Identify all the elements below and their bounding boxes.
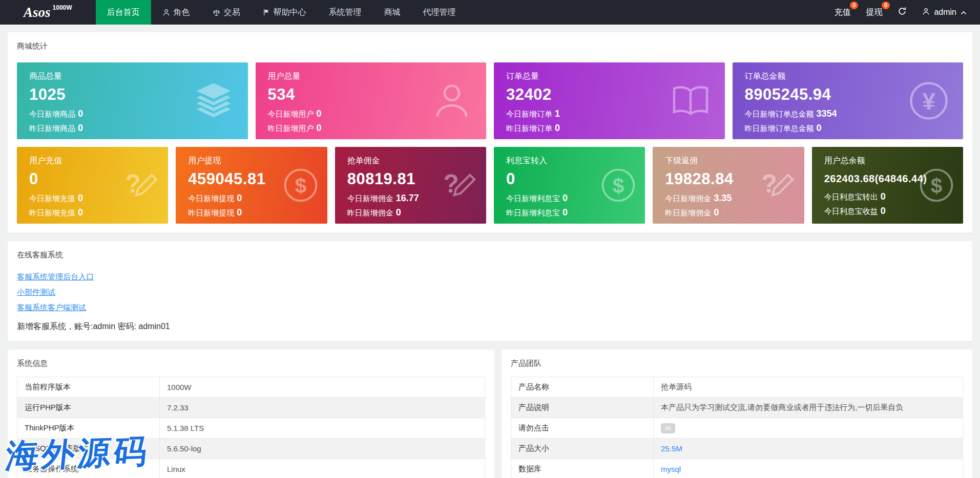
svg-text:$: $ (931, 174, 943, 198)
info-value: 7.2.33 (160, 398, 485, 418)
info-label: 请勿点击 (511, 418, 654, 439)
stat-card-line: 昨日新增充值0 (29, 207, 156, 218)
nav-item-label: 帮助中心 (274, 7, 306, 18)
nav-item-mall[interactable]: 商城 (373, 0, 412, 25)
stat-line-label: 昨日新增用户 (268, 124, 314, 133)
bottom-section: 系统信息 当前程序版本 1000W 运行PHP版本 7.2.33 ThinkPH… (8, 350, 972, 478)
svg-text:?: ? (126, 169, 141, 198)
chevron-up-icon (961, 8, 967, 17)
user-icon (162, 9, 170, 16)
stat-card-line: 昨日新增佣金0 (665, 207, 791, 218)
stat-line-value: 0 (237, 207, 242, 218)
app-logo-version: 1000W (53, 4, 72, 11)
stat-line-label: 今日新增佣金 (665, 194, 711, 203)
do-not-click-icon[interactable] (661, 423, 675, 433)
nav-item-help-center[interactable]: 帮助中心 (252, 0, 318, 25)
refresh-button[interactable] (898, 7, 907, 18)
table-row: 数据库 mysql (511, 459, 963, 478)
nav-item-system[interactable]: 系统管理 (318, 0, 373, 25)
stat-line-label: 今日新增佣金 (347, 194, 393, 203)
info-label: 运行PHP版本 (17, 398, 160, 418)
table-row: MySQL数据库版本 5.6.50-log (17, 439, 485, 459)
stat-card-order-amount: 订单总金额 8905245.94 今日新增订单总金额3354 昨日新增订单总金额… (733, 62, 964, 139)
stat-card-title: 用户总余额 (824, 156, 951, 166)
user-menu[interactable]: admin (922, 8, 967, 17)
stat-line-value: 0 (817, 123, 822, 133)
info-label: 产品大小 (511, 439, 654, 459)
info-value: 5.6.50-log (160, 439, 485, 459)
info-value: 1000W (160, 377, 485, 398)
stat-line-label: 今日新增订单总金额 (745, 110, 814, 118)
stat-card-user-recharge: 用户充值 0 今日新增充值0 昨日新增充值0 ? (17, 147, 168, 224)
info-value: 抢单源码 (654, 377, 963, 398)
layers-icon (193, 80, 235, 122)
stat-line-label: 昨日新增订单 (506, 124, 552, 133)
table-row: ThinkPHP版本 5.1.38 LTS (17, 418, 485, 439)
stat-card-title: 用户提现 (188, 156, 315, 166)
stat-line-value: 1 (555, 108, 560, 119)
stat-line-label: 今日新增充值 (29, 194, 75, 203)
info-label: 产品名称 (511, 377, 654, 398)
stat-line-value: 0 (881, 206, 886, 216)
pen-question-icon: ? (441, 167, 478, 204)
app-logo[interactable]: Asos1000W (0, 0, 96, 25)
stat-card-interest-in: 利息宝转入 0 今日新增利息宝0 昨日新增利息宝0 $ (494, 147, 645, 224)
table-row: 产品名称 抢单源码 (511, 377, 963, 398)
nav-item-trade[interactable]: 交易 (201, 0, 252, 25)
stat-line-value: 0 (881, 191, 886, 202)
info-value: Linux (160, 459, 485, 478)
mall-stats-panel: 商城统计 商品总量 1025 今日新增商品0 昨日新增商品0 用户总量 534 … (8, 32, 972, 233)
svg-text:?: ? (444, 169, 459, 198)
stat-line-value: 0 (78, 123, 83, 133)
stat-line-label: 今日新增订单 (506, 110, 552, 118)
stat-line-value: 3354 (817, 108, 837, 119)
flag-icon (263, 9, 270, 16)
table-row: 请勿点击 (511, 418, 963, 439)
stat-line-label: 今日新增提现 (188, 194, 234, 203)
stat-line-label: 昨日新增商品 (29, 124, 75, 133)
user-icon (922, 8, 930, 17)
nav-item-roles[interactable]: 角色 (151, 0, 201, 25)
stat-line-label: 昨日新增提现 (188, 208, 234, 217)
table-row: 当前程序版本 1000W (17, 377, 485, 398)
database-link[interactable]: mysql (661, 465, 681, 473)
stat-card-users-total: 用户总量 534 今日新增用户0 昨日新增用户0 (256, 62, 487, 139)
svg-text:$: $ (295, 174, 306, 198)
stat-line-value: 0 (562, 193, 568, 203)
table-row: 运行PHP版本 7.2.33 (17, 398, 485, 418)
info-value (654, 418, 963, 439)
stat-line-value: 0 (714, 207, 719, 218)
withdraw-button[interactable]: 提现 0 (866, 7, 882, 18)
service-admin-entry-link[interactable]: 客服系统管理后台入口 (17, 272, 94, 282)
product-size-link[interactable]: 25.5M (661, 444, 682, 453)
yen-circle-icon: ¥ (908, 80, 950, 122)
stat-card-title: 利息宝转入 (506, 156, 633, 166)
stat-card-line: 昨日新增佣金0 (347, 207, 474, 218)
info-label: ThinkPHP版本 (17, 418, 160, 439)
book-icon (670, 80, 712, 122)
pen-question-icon: ? (123, 167, 160, 204)
nav-item-label: 商城 (384, 7, 401, 18)
withdraw-badge: 0 (882, 2, 890, 9)
stats-row-1: 商品总量 1025 今日新增商品0 昨日新增商品0 用户总量 534 今日新增用… (17, 62, 963, 139)
svg-text:?: ? (761, 169, 777, 198)
stat-line-value: 0 (317, 108, 322, 119)
recharge-label: 充值 (834, 8, 850, 16)
info-value: 25.5M (654, 439, 963, 459)
info-label: 数据库 (511, 459, 654, 478)
stat-card-line: 昨日新增提现0 (188, 207, 315, 218)
pen-question-icon: ? (759, 167, 796, 204)
product-team-table: 产品名称 抢单源码 产品说明 本产品只为学习测试交流,请勿要做商业或者用于违法行… (511, 377, 963, 478)
stat-card-sub-rebate: 下级返佣 19828.84 今日新增佣金3.35 昨日新增佣金0 ? (653, 147, 804, 224)
system-info-title: 系统信息 (17, 359, 485, 368)
nav-item-agents[interactable]: 代理管理 (412, 0, 467, 25)
recharge-button[interactable]: 充值 0 (834, 7, 850, 18)
info-value: 本产品只为学习测试交流,请勿要做商业或者用于违法行为,一切后果自负 (654, 398, 963, 418)
stat-line-value: 0 (78, 193, 83, 203)
widget-test-link[interactable]: 小部件测试 (17, 288, 55, 297)
table-row: 产品说明 本产品只为学习测试交流,请勿要做商业或者用于违法行为,一切后果自负 (511, 398, 963, 418)
nav-item-home[interactable]: 后台首页 (96, 0, 151, 25)
service-client-test-link[interactable]: 客服系统客户端测试 (17, 303, 86, 313)
stat-line-label: 昨日新增佣金 (347, 208, 393, 217)
stat-line-value: 0 (237, 193, 242, 203)
